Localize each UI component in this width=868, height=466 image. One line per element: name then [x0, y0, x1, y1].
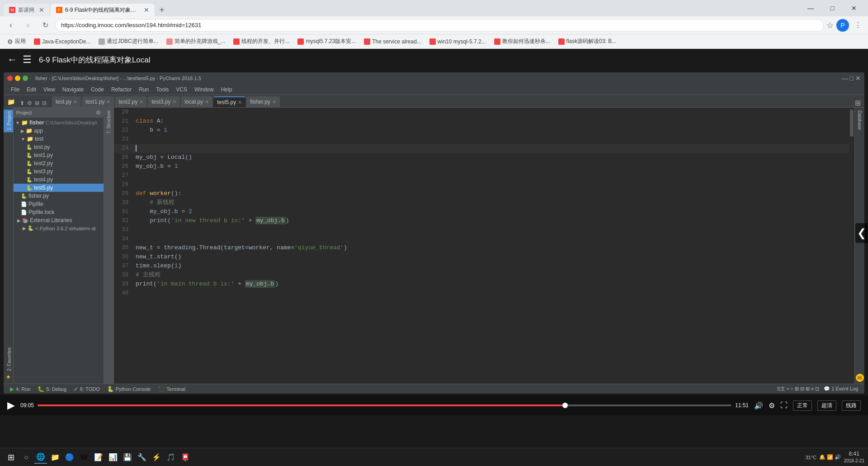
- git-icon[interactable]: ⬆: [19, 99, 25, 107]
- gear-icon[interactable]: ⚙: [26, 99, 33, 107]
- taskbar-edge[interactable]: 🔵: [63, 451, 76, 464]
- window-maximize[interactable]: □: [822, 0, 843, 16]
- panel-label-project[interactable]: 1: Project: [4, 109, 13, 132]
- tree-python-venv[interactable]: ▶ 🐍 < Python 3.6.2 virtualenv at: [14, 224, 104, 232]
- debug-tab[interactable]: 🐛 5: Debug: [35, 385, 69, 393]
- nav-back-page[interactable]: ←: [7, 54, 17, 66]
- tree-test3py[interactable]: 🐍 test3.py: [14, 167, 104, 176]
- tab-test1-close[interactable]: ✕: [106, 99, 110, 105]
- taskbar-explorer[interactable]: 📁: [49, 451, 61, 464]
- tree-pipfilelock[interactable]: 📄 Pipfile.lock: [14, 208, 104, 216]
- python-console-tab[interactable]: 🐍 Python Console: [104, 385, 154, 393]
- tab-test-py-close[interactable]: ✕: [73, 99, 77, 105]
- taskbar-app6[interactable]: 💾: [121, 451, 134, 464]
- tree-external-libs[interactable]: ▶ 📚 External Libraries: [14, 216, 104, 224]
- taskbar-app9[interactable]: 🎵: [165, 451, 177, 464]
- new-tab-button[interactable]: +: [156, 4, 168, 16]
- super-button[interactable]: 超清: [817, 400, 836, 411]
- tree-test1py[interactable]: 🐍 test1.py: [14, 151, 104, 159]
- tab-fisher-py[interactable]: fisher.py ✕: [246, 96, 280, 107]
- taskbar-app5[interactable]: 📊: [107, 451, 119, 464]
- layout-icon[interactable]: ⊞: [34, 99, 40, 107]
- taskbar-search[interactable]: ○: [20, 451, 33, 464]
- menu-edit[interactable]: Edit: [23, 86, 40, 94]
- ide-tb-restore[interactable]: □: [850, 75, 854, 82]
- panel-label-favorites[interactable]: 2: Favorites: [4, 346, 13, 373]
- code-editor[interactable]: 20 21 class A: 22 b = 1: [114, 108, 849, 384]
- tab-test3-close[interactable]: ✕: [172, 99, 176, 105]
- structure-label[interactable]: 7: Structure: [105, 108, 113, 137]
- menu-refactor[interactable]: Refactor: [108, 86, 135, 94]
- menu-tools[interactable]: Tools: [152, 86, 172, 94]
- ide-close-btn[interactable]: [7, 76, 13, 81]
- tree-fisherpy[interactable]: 🐍 fisher.py: [14, 192, 104, 200]
- window-minimize[interactable]: —: [800, 0, 821, 16]
- tab-flask[interactable]: F 6-9 Flask中的线程隔离对象Loc... ✕: [51, 4, 155, 16]
- bm-jdbc[interactable]: 通过JDBC进行简单...: [95, 37, 161, 46]
- tree-pipfile[interactable]: 📄 Pipfile: [14, 200, 104, 208]
- tab-mooc[interactable]: M 慕课网 ✕: [4, 4, 50, 16]
- volume-button[interactable]: 🔊: [754, 401, 763, 410]
- tab-test2-py[interactable]: test2.py ✕: [115, 96, 147, 107]
- taskbar-app10[interactable]: 📮: [179, 451, 192, 464]
- project-panel-toggle[interactable]: 📁: [5, 96, 16, 107]
- tab-local-close[interactable]: ✕: [205, 99, 209, 105]
- run-tab[interactable]: ▶ 4: Run: [7, 385, 33, 393]
- route-button[interactable]: 线路: [842, 400, 861, 411]
- tree-app[interactable]: ▶ 📁 app: [14, 127, 104, 135]
- menu-code[interactable]: Code: [87, 86, 108, 94]
- database-label[interactable]: Database: [856, 108, 863, 133]
- nav-forward[interactable]: ›: [21, 18, 35, 33]
- bm-tutorial[interactable]: 教你如何迅速秒杀...: [491, 37, 554, 46]
- ide-tb-close[interactable]: ✕: [855, 75, 861, 82]
- menu-view[interactable]: View: [40, 86, 59, 94]
- bm-mysql[interactable]: mysql5.7.23版本安...: [294, 37, 359, 46]
- tab-test5-close[interactable]: ✕: [238, 100, 242, 105]
- start-button[interactable]: ⊞: [4, 450, 18, 465]
- tab-test5-py[interactable]: test5.py ✕: [213, 96, 245, 107]
- taskbar-notepad[interactable]: 📝: [92, 451, 105, 464]
- scrollbar-thumb[interactable]: [850, 109, 854, 137]
- tree-test[interactable]: ▼ 📁 test: [14, 135, 104, 143]
- flask-tab-close[interactable]: ✕: [144, 6, 149, 14]
- terminal-tab[interactable]: ⬛ Terminal: [155, 385, 188, 393]
- tab-test-py[interactable]: test.py ✕: [52, 96, 81, 107]
- side-arrow-button[interactable]: ❮: [855, 223, 868, 243]
- tree-test2py[interactable]: 🐍 test2.py: [14, 159, 104, 167]
- tab-more[interactable]: ⊞: [853, 99, 863, 107]
- taskbar-app7[interactable]: 🔧: [136, 451, 148, 464]
- nav-back[interactable]: ‹: [4, 18, 18, 33]
- menu-window[interactable]: Window: [191, 86, 217, 94]
- progress-bar[interactable]: [38, 404, 731, 406]
- bm-java[interactable]: Java-ExceptionDe...: [30, 38, 94, 46]
- menu-file[interactable]: File: [7, 86, 23, 94]
- tab-fisher-close[interactable]: ✕: [272, 99, 276, 105]
- ide-tb-minimize[interactable]: —: [842, 75, 848, 82]
- play-button[interactable]: ▶: [7, 399, 15, 411]
- taskbar-app8[interactable]: ⚡: [150, 451, 163, 464]
- address-input[interactable]: [55, 19, 824, 32]
- tab-test3-py[interactable]: test3.py ✕: [148, 96, 180, 107]
- bm-poker[interactable]: 简单的扑克牌游戏_...: [163, 37, 229, 46]
- tab-local-py[interactable]: local.py ✕: [181, 96, 212, 107]
- extensions-button[interactable]: ⋮: [852, 19, 864, 32]
- tree-testpy[interactable]: 🐍 test.py: [14, 143, 104, 151]
- mooc-tab-close[interactable]: ✕: [39, 6, 44, 14]
- nav-refresh[interactable]: ↻: [38, 18, 52, 33]
- tree-test4py[interactable]: 🐍 test4.py: [14, 176, 104, 184]
- hamburger-menu[interactable]: ☰: [23, 54, 32, 66]
- window-close[interactable]: ✕: [844, 0, 864, 16]
- window-icon[interactable]: ⊟: [41, 99, 47, 107]
- ide-min-btn[interactable]: [15, 76, 20, 81]
- normal-button[interactable]: 正常: [793, 400, 812, 411]
- editor-scrollbar[interactable]: [849, 108, 854, 384]
- apps-bookmark[interactable]: ⚙ 应用: [4, 37, 29, 46]
- event-log-tab[interactable]: 💬 1 Event Log: [821, 385, 861, 393]
- menu-navigate[interactable]: Navigate: [59, 86, 87, 94]
- menu-vcs[interactable]: VCS: [172, 86, 191, 94]
- tab-test1-py[interactable]: test1.py ✕: [82, 96, 114, 107]
- menu-help[interactable]: Help: [217, 86, 236, 94]
- todo-tab[interactable]: ✓ 6: TODO: [71, 385, 103, 393]
- tree-root[interactable]: ▼ 📁 fisher C:\Users\bliss\Desktop\: [14, 119, 104, 127]
- tab-test2-close[interactable]: ✕: [139, 99, 143, 105]
